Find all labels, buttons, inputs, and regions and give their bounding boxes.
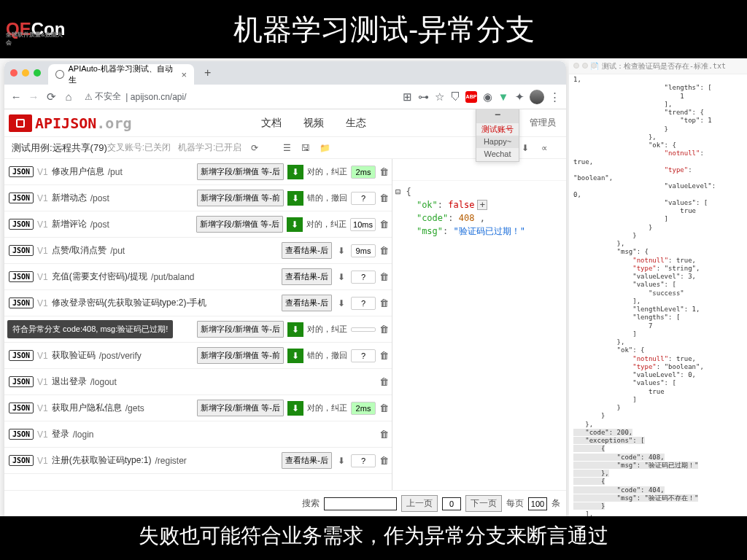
edit-button[interactable]: 新增字段/新增值 等-前 [197,190,284,206]
download-icon[interactable]: ⬇ [336,455,347,467]
slide-title: 机器学习测试-异常分支 [65,9,747,50]
table-row[interactable]: 符合异常分支 code:408, msg:验证码已过期!新增字段/新增值 等-后… [4,316,392,343]
edit-button[interactable]: 查看结果-后 [282,268,332,285]
time-badge: ? [351,192,376,205]
refresh-icon[interactable]: ⟳ [249,142,260,154]
delete-icon[interactable]: 🗑 [379,376,389,387]
qr-icon[interactable]: ⊞ [401,91,413,103]
puzzle-icon[interactable]: ✦ [514,91,525,103]
edit-button[interactable]: 新增字段/新增值 等-后 [197,163,284,180]
close-tab-icon[interactable]: × [181,69,187,80]
address-bar: ← → ⟳ ⌂ ⚠ 不安全 | apijson.cn/api/ ⊞ ⊶ ☆ ⛉ … [4,85,566,109]
download-icon[interactable]: ⬇ [287,349,303,363]
json-pill[interactable]: JSON [9,298,34,308]
forward-icon[interactable]: → [28,91,39,103]
edit-button[interactable]: 查看结果-后 [282,242,332,259]
download-icon[interactable]: ⬇ [287,165,303,179]
table-row[interactable]: JSONV1获取验证码/post/verify新增字段/新增值 等-前⬇错的，撤… [4,343,392,369]
json-pill[interactable]: JSON [9,402,34,413]
nav-eco[interactable]: 生态 [346,117,366,130]
download-icon[interactable]: ⬇ [336,271,347,283]
next-page-button[interactable]: 下一页 [465,495,502,512]
browser-tab[interactable]: APIAuto-机器学习测试、自动生 × [48,64,194,85]
json-pill[interactable]: JSON [9,376,34,387]
delete-icon[interactable]: 🗑 [379,429,389,440]
home-icon[interactable]: ⌂ [63,91,74,103]
table-row[interactable]: JSONV1点赞/取消点赞/put查看结果-后⬇9ms🗑 [4,238,392,264]
table-row[interactable]: JSONV1注册(先获取验证码type:1)/register查看结果-后⬇?🗑 [4,448,392,474]
apijson-brand[interactable]: APIJSON.org [4,114,131,132]
json-pill[interactable]: JSON [9,271,34,282]
account-popup[interactable]: − 测试账号 Happy~ Wechat [476,109,519,162]
json-pill[interactable]: JSON [9,245,34,256]
shield-icon[interactable]: ⛉ [449,91,461,103]
delete-icon[interactable]: 🗑 [379,271,389,282]
table-row[interactable]: JSONV1退出登录/logout🗑 [4,369,392,395]
delete-icon[interactable]: 🗑 [379,192,389,203]
table-row[interactable]: JSONV1修改用户信息/put新增字段/新增值 等-后⬇对的，纠正2ms🗑 [4,159,392,185]
delete-icon[interactable]: 🗑 [379,455,389,466]
delete-icon[interactable]: 🗑 [379,324,389,335]
table-row[interactable]: JSONV1充值(需要支付密码)/提现/put/baland查看结果-后⬇?🗑 [4,264,392,290]
download-icon[interactable]: ⬇ [336,298,347,309]
table-row[interactable]: JSONV1登录/login🗑 [4,421,392,448]
time-badge: 10ms [350,218,376,231]
download-icon[interactable]: ⬇ [287,217,303,232]
table-row[interactable]: JSONV1获取用户隐私信息/gets新增字段/新增值 等-后⬇对的，纠正2ms… [4,395,392,421]
save-icon[interactable]: 🖫 [300,142,311,154]
table-row[interactable]: JSONV1新增评论/post新增字段/新增值 等-后⬇对的，纠正10ms🗑 [4,211,392,238]
json-pill[interactable]: JSON [9,192,34,203]
download-icon[interactable]: ⬇ [287,322,303,337]
folder-icon[interactable]: 📁 [319,142,330,154]
avatar[interactable] [530,90,544,104]
ml-status: 机器学习:已开启 [178,141,241,154]
share-icon[interactable]: ∝ [538,142,550,154]
delete-icon[interactable]: 🗑 [379,298,389,308]
star-icon[interactable]: ☆ [433,91,445,103]
back-icon[interactable]: ← [10,91,22,103]
new-tab-button[interactable]: + [204,66,211,79]
download-icon[interactable]: ⬇ [287,401,303,416]
table-row[interactable]: JSONV1新增动态/post新增字段/新增值 等-前⬇错的，撤回?🗑 [4,185,392,211]
delete-icon[interactable]: 🗑 [379,245,389,256]
reload-icon[interactable]: ⟳ [45,91,57,103]
edit-button[interactable]: 查看结果-后 [282,295,332,311]
json-pill[interactable]: JSON [9,455,34,466]
prev-page-button[interactable]: 上一页 [401,495,438,512]
nav-video[interactable]: 视频 [303,117,324,130]
json-pill[interactable]: JSON [9,350,34,361]
expand-icon[interactable]: + [477,200,487,210]
nav-docs[interactable]: 文档 [261,117,282,130]
abp-icon[interactable]: ABP [465,91,477,103]
json-pill[interactable]: JSON [9,429,34,440]
download-icon[interactable]: ⬇ [287,191,303,206]
page-input[interactable] [442,497,461,510]
delete-icon[interactable]: 🗑 [379,350,389,361]
json-pill[interactable]: JSON [9,166,34,177]
url-field[interactable]: ⚠ 不安全 | apijson.cn/api/ [80,90,395,103]
download-icon[interactable]: ⬇ [519,142,531,154]
edit-button[interactable]: 新增字段/新增值 等-后 [197,400,284,416]
ext-icon[interactable]: ◉ [481,91,493,103]
edit-button[interactable]: 新增字段/新增值 等-后 [196,216,283,233]
vue-icon[interactable]: ▼ [498,91,509,103]
admin-link[interactable]: 管理员 [530,117,556,129]
json-pill[interactable]: JSON [9,219,34,230]
edit-button[interactable]: 查看结果-后 [282,452,332,469]
tab-bar: APIAuto-机器学习测试、自动生 × + [4,61,566,85]
key-icon[interactable]: ⊶ [417,91,429,103]
warning-icon: ⚠ [85,92,93,102]
edit-button[interactable]: 新增字段/新增值 等-前 [197,347,284,364]
search-input[interactable] [324,497,397,510]
delete-icon[interactable]: 🗑 [379,166,389,177]
pagesize-input[interactable] [528,497,547,510]
edit-button[interactable]: 新增字段/新增值 等-后 [197,321,284,338]
menu-icon[interactable]: ⋮ [549,91,560,103]
time-badge: ? [351,271,376,284]
delete-icon[interactable]: 🗑 [379,402,389,413]
delete-icon[interactable]: 🗑 [379,219,389,230]
list-icon[interactable]: ☰ [281,142,293,154]
table-row[interactable]: JSONV1修改登录密码(先获取验证码type:2)-手机查看结果-后⬇?🗑 [4,290,392,316]
download-icon[interactable]: ⬇ [336,245,347,257]
window-controls[interactable] [10,69,41,77]
